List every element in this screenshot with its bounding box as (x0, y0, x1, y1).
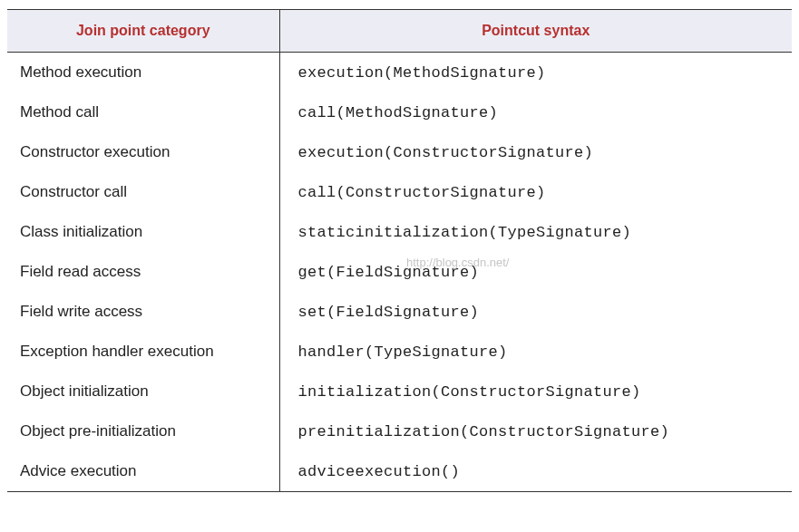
cell-syntax: adviceexecution() (279, 451, 792, 492)
cell-category: Object initialization (7, 372, 279, 411)
cell-syntax: get(FieldSignature) (279, 252, 792, 292)
table-row: Constructor execution execution(Construc… (7, 132, 792, 172)
cell-syntax: initialization(ConstructorSignature) (279, 372, 792, 411)
table-row: Field read access get(FieldSignature) (7, 252, 792, 292)
table-row: Advice execution adviceexecution() (7, 451, 792, 492)
table-row: Object initialization initialization(Con… (7, 372, 792, 411)
header-category: Join point category (7, 10, 279, 53)
cell-category: Field write access (7, 292, 279, 332)
pointcut-table: Join point category Pointcut syntax Meth… (7, 9, 792, 492)
cell-syntax: execution(ConstructorSignature) (279, 132, 792, 172)
cell-syntax: set(FieldSignature) (279, 292, 792, 332)
page-container: Join point category Pointcut syntax Meth… (7, 9, 792, 492)
cell-category: Field read access (7, 252, 279, 292)
table-row: Constructor call call(ConstructorSignatu… (7, 172, 792, 212)
cell-category: Method call (7, 92, 279, 132)
table-row: Object pre-initialization preinitializat… (7, 411, 792, 451)
table-row: Exception handler execution handler(Type… (7, 332, 792, 372)
header-syntax: Pointcut syntax (279, 10, 792, 53)
cell-category: Object pre-initialization (7, 411, 279, 451)
header-row: Join point category Pointcut syntax (7, 10, 792, 53)
cell-category: Advice execution (7, 451, 279, 492)
cell-syntax: staticinitialization(TypeSignature) (279, 212, 792, 252)
table-row: Class initialization staticinitializatio… (7, 212, 792, 252)
cell-category: Method execution (7, 53, 279, 93)
cell-category: Constructor execution (7, 132, 279, 172)
cell-syntax: handler(TypeSignature) (279, 332, 792, 372)
cell-category: Class initialization (7, 212, 279, 252)
cell-category: Constructor call (7, 172, 279, 212)
table-row: Method call call(MethodSignature) (7, 92, 792, 132)
cell-syntax: call(ConstructorSignature) (279, 172, 792, 212)
cell-syntax: call(MethodSignature) (279, 92, 792, 132)
table-row: Field write access set(FieldSignature) (7, 292, 792, 332)
cell-syntax: preinitialization(ConstructorSignature) (279, 411, 792, 451)
table-row: Method execution execution(MethodSignatu… (7, 53, 792, 93)
cell-syntax: execution(MethodSignature) (279, 53, 792, 93)
cell-category: Exception handler execution (7, 332, 279, 372)
